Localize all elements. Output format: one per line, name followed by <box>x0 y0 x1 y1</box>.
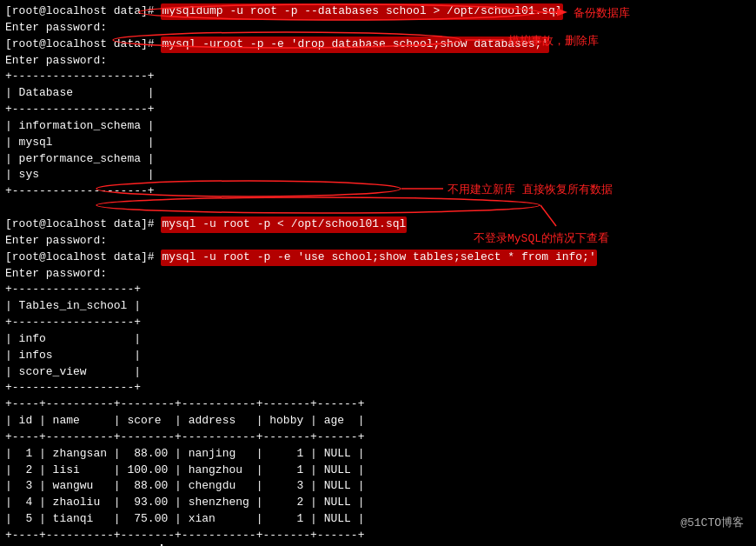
cmd-13: mysql -u root -p < /opt/school01.sql <box>161 216 407 233</box>
line-16: Enter password: <box>5 266 751 283</box>
line-3: Enter password: <box>5 53 751 70</box>
table-10: | sys | <box>5 167 751 183</box>
line-2: [root@localhost data]# mysql -uroot -p -… <box>5 37 751 53</box>
text-3: Enter password: <box>5 53 107 70</box>
table-6: +--------------------+ <box>5 102 751 118</box>
cmd-0: mysqldump -u root -p --databases school … <box>161 3 562 20</box>
line-14: Enter password: <box>5 233 751 250</box>
table-22: | score_view | <box>5 364 751 381</box>
table-8: | mysql | <box>5 135 751 151</box>
table-19: +------------------+ <box>5 315 751 331</box>
table-29: | 3 | wangwu | 88.00 | chengdu | 3 | NUL… <box>5 478 751 495</box>
text-1: Enter password: <box>5 20 107 37</box>
table-23: +------------------+ <box>5 380 751 396</box>
prompt-15: [root@localhost data]# <box>5 250 161 266</box>
terminal: [root@localhost data]# mysqldump -u root… <box>0 0 756 546</box>
text-14: Enter password: <box>5 233 107 250</box>
table-32: +----+----------+--------+-----------+--… <box>5 528 751 544</box>
line-13: [root@localhost data]# mysql -u root -p … <box>5 216 751 233</box>
table-25: | id | name | score | address | hobby | … <box>5 413 751 429</box>
table-7: | information_schema | <box>5 118 751 135</box>
line-1: Enter password: <box>5 20 751 37</box>
table-27: | 1 | zhangsan | 88.00 | nanjing | 1 | N… <box>5 446 751 463</box>
table-5: | Database | <box>5 85 751 102</box>
prompt-13: [root@localhost data]# <box>5 216 161 233</box>
prompt-0: [root@localhost data]# <box>5 3 161 20</box>
line-15: [root@localhost data]# mysql -u root -p … <box>5 250 751 266</box>
table-24: +----+----------+--------+-----------+--… <box>5 396 751 413</box>
table-20: | info | <box>5 331 751 348</box>
cmd-2: mysql -uroot -p -e 'drop database school… <box>161 37 549 53</box>
table-4: +--------------------+ <box>5 69 751 85</box>
table-30: | 4 | zhaoliu | 93.00 | shenzheng | 2 | … <box>5 495 751 511</box>
table-26: +----+----------+--------+-----------+--… <box>5 429 751 446</box>
line-blank <box>5 200 751 216</box>
line-0: [root@localhost data]# mysqldump -u root… <box>5 3 751 20</box>
table-17: +------------------+ <box>5 282 751 298</box>
cmd-15: mysql -u root -p -e 'use school;show tab… <box>161 250 596 266</box>
table-28: | 2 | lisi | 100.00 | hangzhou | 1 | NUL… <box>5 463 751 479</box>
prompt-2: [root@localhost data]# <box>5 37 161 53</box>
table-31: | 5 | tianqi | 75.00 | xian | 1 | NULL | <box>5 511 751 528</box>
watermark: @51CTO博客 <box>680 515 744 530</box>
table-21: | infos | <box>5 348 751 364</box>
table-11: +--------------------+ <box>5 183 751 200</box>
table-9: | performance_schema | <box>5 151 751 168</box>
text-16: Enter password: <box>5 266 107 283</box>
table-18: | Tables_in_school | <box>5 298 751 315</box>
